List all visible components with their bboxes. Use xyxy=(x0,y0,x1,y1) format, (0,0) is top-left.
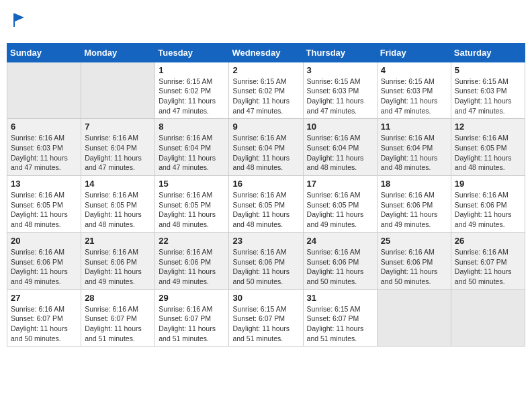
day-info: Sunrise: 6:15 AM Sunset: 6:07 PM Dayligh… xyxy=(307,304,373,344)
calendar-cell: 5Sunrise: 6:15 AM Sunset: 6:03 PM Daylig… xyxy=(451,62,525,119)
day-info: Sunrise: 6:15 AM Sunset: 6:03 PM Dayligh… xyxy=(381,77,447,116)
day-info: Sunrise: 6:16 AM Sunset: 6:04 PM Dayligh… xyxy=(381,133,447,173)
day-info: Sunrise: 6:15 AM Sunset: 6:03 PM Dayligh… xyxy=(455,77,521,116)
calendar-cell: 31Sunrise: 6:15 AM Sunset: 6:07 PM Dayli… xyxy=(303,289,377,347)
day-info: Sunrise: 6:16 AM Sunset: 6:05 PM Dayligh… xyxy=(232,190,299,230)
calendar-cell: 25Sunrise: 6:16 AM Sunset: 6:06 PM Dayli… xyxy=(377,232,451,289)
weekday-header: Tuesday xyxy=(155,43,229,62)
day-number: 8 xyxy=(159,122,225,132)
day-info: Sunrise: 6:16 AM Sunset: 6:06 PM Dayligh… xyxy=(455,190,521,230)
day-number: 5 xyxy=(455,65,521,75)
calendar-cell xyxy=(81,62,155,119)
calendar-week-row: 1Sunrise: 6:15 AM Sunset: 6:02 PM Daylig… xyxy=(7,62,525,119)
calendar-week-row: 6Sunrise: 6:16 AM Sunset: 6:03 PM Daylig… xyxy=(7,119,525,176)
calendar-week-row: 20Sunrise: 6:16 AM Sunset: 6:06 PM Dayli… xyxy=(7,232,525,289)
day-number: 11 xyxy=(381,122,447,132)
day-info: Sunrise: 6:16 AM Sunset: 6:05 PM Dayligh… xyxy=(307,190,373,230)
day-info: Sunrise: 6:16 AM Sunset: 6:04 PM Dayligh… xyxy=(232,133,299,173)
day-info: Sunrise: 6:15 AM Sunset: 6:07 PM Dayligh… xyxy=(232,304,299,344)
calendar-cell: 7Sunrise: 6:16 AM Sunset: 6:04 PM Daylig… xyxy=(81,119,155,176)
weekday-header: Wednesday xyxy=(229,43,303,62)
calendar-cell: 27Sunrise: 6:16 AM Sunset: 6:07 PM Dayli… xyxy=(7,289,81,347)
calendar-cell: 30Sunrise: 6:15 AM Sunset: 6:07 PM Dayli… xyxy=(229,289,303,347)
logo xyxy=(9,11,30,34)
weekday-header: Thursday xyxy=(303,43,377,62)
calendar-cell: 14Sunrise: 6:16 AM Sunset: 6:05 PM Dayli… xyxy=(81,176,155,233)
day-info: Sunrise: 6:15 AM Sunset: 6:03 PM Dayligh… xyxy=(307,77,373,116)
day-number: 24 xyxy=(307,236,373,246)
calendar-cell: 15Sunrise: 6:16 AM Sunset: 6:05 PM Dayli… xyxy=(155,176,229,233)
calendar-cell xyxy=(7,62,81,119)
calendar-week-row: 13Sunrise: 6:16 AM Sunset: 6:05 PM Dayli… xyxy=(7,176,525,233)
day-number: 18 xyxy=(381,179,447,189)
calendar-cell: 4Sunrise: 6:15 AM Sunset: 6:03 PM Daylig… xyxy=(377,62,451,119)
weekday-header: Friday xyxy=(377,43,451,62)
weekday-header: Monday xyxy=(81,43,155,62)
day-number: 1 xyxy=(159,65,225,75)
calendar-cell: 2Sunrise: 6:15 AM Sunset: 6:02 PM Daylig… xyxy=(229,62,303,119)
calendar-cell: 20Sunrise: 6:16 AM Sunset: 6:06 PM Dayli… xyxy=(7,232,81,289)
day-number: 19 xyxy=(455,179,521,189)
day-number: 29 xyxy=(159,293,225,303)
day-info: Sunrise: 6:16 AM Sunset: 6:06 PM Dayligh… xyxy=(381,190,447,230)
day-number: 22 xyxy=(159,236,225,246)
day-info: Sunrise: 6:16 AM Sunset: 6:06 PM Dayligh… xyxy=(307,247,373,287)
day-info: Sunrise: 6:16 AM Sunset: 6:06 PM Dayligh… xyxy=(232,247,299,287)
day-number: 28 xyxy=(85,293,151,303)
logo-flag-icon xyxy=(11,11,30,30)
calendar-cell: 6Sunrise: 6:16 AM Sunset: 6:03 PM Daylig… xyxy=(7,119,81,176)
calendar-cell: 11Sunrise: 6:16 AM Sunset: 6:04 PM Dayli… xyxy=(377,119,451,176)
day-number: 9 xyxy=(232,122,299,132)
day-number: 14 xyxy=(85,179,151,189)
day-info: Sunrise: 6:16 AM Sunset: 6:07 PM Dayligh… xyxy=(11,304,77,344)
day-info: Sunrise: 6:15 AM Sunset: 6:02 PM Dayligh… xyxy=(232,77,299,116)
day-info: Sunrise: 6:16 AM Sunset: 6:04 PM Dayligh… xyxy=(307,133,373,173)
day-number: 27 xyxy=(11,293,77,303)
page-header xyxy=(7,7,525,38)
calendar-cell: 16Sunrise: 6:16 AM Sunset: 6:05 PM Dayli… xyxy=(229,176,303,233)
day-info: Sunrise: 6:16 AM Sunset: 6:04 PM Dayligh… xyxy=(85,133,151,173)
day-info: Sunrise: 6:16 AM Sunset: 6:03 PM Dayligh… xyxy=(11,133,77,173)
calendar-cell: 17Sunrise: 6:16 AM Sunset: 6:05 PM Dayli… xyxy=(303,176,377,233)
calendar-cell: 9Sunrise: 6:16 AM Sunset: 6:04 PM Daylig… xyxy=(229,119,303,176)
day-info: Sunrise: 6:16 AM Sunset: 6:07 PM Dayligh… xyxy=(159,304,225,344)
calendar-cell: 22Sunrise: 6:16 AM Sunset: 6:06 PM Dayli… xyxy=(155,232,229,289)
day-number: 21 xyxy=(85,236,151,246)
day-number: 25 xyxy=(381,236,447,246)
day-number: 26 xyxy=(455,236,521,246)
calendar-week-row: 27Sunrise: 6:16 AM Sunset: 6:07 PM Dayli… xyxy=(7,289,525,347)
day-number: 10 xyxy=(307,122,373,132)
weekday-header: Saturday xyxy=(451,43,525,62)
day-info: Sunrise: 6:16 AM Sunset: 6:06 PM Dayligh… xyxy=(11,247,77,287)
weekday-header: Sunday xyxy=(7,43,81,62)
calendar-cell: 24Sunrise: 6:16 AM Sunset: 6:06 PM Dayli… xyxy=(303,232,377,289)
day-number: 23 xyxy=(232,236,299,246)
calendar-cell: 18Sunrise: 6:16 AM Sunset: 6:06 PM Dayli… xyxy=(377,176,451,233)
calendar-cell: 12Sunrise: 6:16 AM Sunset: 6:05 PM Dayli… xyxy=(451,119,525,176)
day-info: Sunrise: 6:16 AM Sunset: 6:06 PM Dayligh… xyxy=(159,247,225,287)
day-number: 15 xyxy=(159,179,225,189)
day-number: 20 xyxy=(11,236,77,246)
calendar-cell: 21Sunrise: 6:16 AM Sunset: 6:06 PM Dayli… xyxy=(81,232,155,289)
calendar-header-row: SundayMondayTuesdayWednesdayThursdayFrid… xyxy=(7,43,525,62)
day-info: Sunrise: 6:16 AM Sunset: 6:05 PM Dayligh… xyxy=(159,190,225,230)
day-number: 12 xyxy=(455,122,521,132)
calendar-cell: 10Sunrise: 6:16 AM Sunset: 6:04 PM Dayli… xyxy=(303,119,377,176)
calendar-cell: 26Sunrise: 6:16 AM Sunset: 6:07 PM Dayli… xyxy=(451,232,525,289)
calendar-cell xyxy=(451,289,525,347)
day-number: 13 xyxy=(11,179,77,189)
day-info: Sunrise: 6:16 AM Sunset: 6:05 PM Dayligh… xyxy=(11,190,77,230)
calendar-cell: 28Sunrise: 6:16 AM Sunset: 6:07 PM Dayli… xyxy=(81,289,155,347)
day-info: Sunrise: 6:16 AM Sunset: 6:06 PM Dayligh… xyxy=(85,247,151,287)
day-number: 17 xyxy=(307,179,373,189)
calendar-cell: 29Sunrise: 6:16 AM Sunset: 6:07 PM Dayli… xyxy=(155,289,229,347)
day-info: Sunrise: 6:16 AM Sunset: 6:04 PM Dayligh… xyxy=(159,133,225,173)
day-info: Sunrise: 6:16 AM Sunset: 6:06 PM Dayligh… xyxy=(381,247,447,287)
day-number: 6 xyxy=(11,122,77,132)
day-number: 30 xyxy=(232,293,299,303)
calendar-table: SundayMondayTuesdayWednesdayThursdayFrid… xyxy=(7,43,525,347)
svg-marker-0 xyxy=(13,13,24,27)
day-number: 7 xyxy=(85,122,151,132)
calendar-cell: 1Sunrise: 6:15 AM Sunset: 6:02 PM Daylig… xyxy=(155,62,229,119)
day-info: Sunrise: 6:16 AM Sunset: 6:07 PM Dayligh… xyxy=(455,247,521,287)
